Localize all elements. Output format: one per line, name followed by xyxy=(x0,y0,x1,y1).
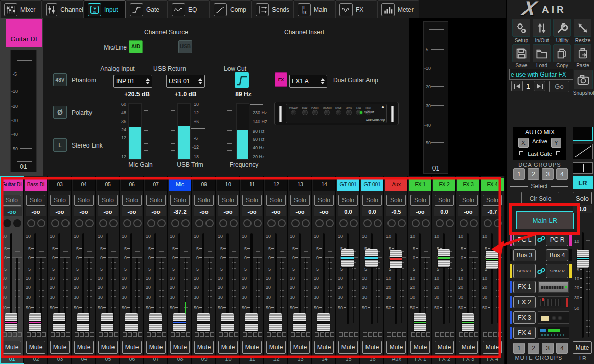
gain-knob[interactable] xyxy=(422,219,430,227)
solo-button[interactable]: Solo xyxy=(170,195,190,206)
fader-track[interactable] xyxy=(82,233,84,324)
pc-r-button[interactable]: PC R xyxy=(546,234,568,246)
fx2-button[interactable]: FX 2 xyxy=(513,296,536,308)
save-button[interactable] xyxy=(512,44,530,62)
mute-button[interactable]: Mute xyxy=(194,341,214,354)
mute-button[interactable]: Mute xyxy=(314,341,334,354)
mute-button[interactable]: Mute xyxy=(290,341,310,354)
fader-handle[interactable] xyxy=(462,313,474,331)
mute-group-button-2[interactable]: 2 xyxy=(528,343,539,354)
pan-knob[interactable] xyxy=(99,219,107,227)
dca-group-button-3[interactable]: 3 xyxy=(542,168,554,180)
gain-knob[interactable] xyxy=(350,219,358,227)
mute-button[interactable]: Mute xyxy=(435,341,454,354)
fader-track[interactable] xyxy=(154,233,156,324)
gain-knob[interactable] xyxy=(85,219,94,227)
channel-scribble[interactable]: 10 xyxy=(217,178,239,191)
lr-mute-button[interactable]: Mute xyxy=(573,341,592,354)
solo-button[interactable]: Solo xyxy=(194,195,214,206)
gain-knob[interactable] xyxy=(230,219,238,227)
pan-knob[interactable] xyxy=(51,219,59,227)
pan-knob[interactable] xyxy=(243,219,252,227)
fader-track[interactable] xyxy=(371,233,373,324)
tab-input[interactable]: IN Input xyxy=(84,0,126,18)
fader-handle[interactable] xyxy=(269,313,282,331)
fader-handle[interactable] xyxy=(53,313,65,331)
channel-scribble[interactable]: 04 xyxy=(73,178,95,191)
tab-main[interactable]: LR Main xyxy=(293,0,335,18)
fader-handle[interactable] xyxy=(5,313,17,331)
scene-name-field[interactable]: e use with Guitar FX xyxy=(509,69,573,80)
pan-knob[interactable] xyxy=(363,219,372,227)
ad-source-button[interactable]: A/D xyxy=(129,40,143,53)
channel-scribble[interactable]: 11 xyxy=(241,178,263,191)
fader-track[interactable] xyxy=(419,233,421,324)
gain-knob[interactable] xyxy=(61,219,70,227)
tab-mixer[interactable]: Mixer xyxy=(0,0,42,18)
analog-input-select[interactable]: INP 01 xyxy=(113,75,152,88)
copy-button[interactable] xyxy=(553,44,571,62)
fader-handle[interactable] xyxy=(149,313,162,331)
gain-knob[interactable] xyxy=(494,219,502,227)
pan-knob[interactable] xyxy=(219,219,227,227)
mute-button[interactable]: Mute xyxy=(483,341,502,354)
channel-scribble[interactable]: GT-001 xyxy=(361,178,383,191)
fader-track[interactable] xyxy=(467,233,469,324)
fx1-button[interactable]: FX 1 xyxy=(513,281,536,293)
fader-handle[interactable] xyxy=(245,313,258,331)
fader-track[interactable] xyxy=(250,233,253,324)
mute-group-button-4[interactable]: 4 xyxy=(556,343,568,354)
gain-knob[interactable] xyxy=(205,219,214,227)
solo-button[interactable]: Solo xyxy=(362,195,382,206)
gain-knob[interactable] xyxy=(446,219,454,227)
channel-scribble[interactable]: 09 xyxy=(193,178,215,191)
tab-comp[interactable]: Comp xyxy=(210,0,252,18)
channel-scribble[interactable]: 03 xyxy=(49,178,71,191)
solo-button[interactable]: Solo xyxy=(266,195,286,206)
fader-track[interactable] xyxy=(178,233,180,324)
gain-knob[interactable] xyxy=(133,219,142,227)
gain-knob[interactable] xyxy=(37,219,45,227)
lr-pan-display[interactable] xyxy=(573,162,593,174)
solo-button[interactable]: Solo xyxy=(435,195,454,206)
scene-prev-button[interactable] xyxy=(511,81,523,91)
mute-button[interactable]: Mute xyxy=(266,341,286,354)
scene-next-button[interactable] xyxy=(534,81,545,91)
mute-button[interactable]: Mute xyxy=(98,341,118,354)
channel-scribble[interactable]: GT-001 xyxy=(337,178,359,191)
solo-button[interactable]: Solo xyxy=(98,195,118,206)
gain-knob[interactable] xyxy=(374,219,382,227)
lr-solo-button[interactable]: Solo xyxy=(573,192,592,204)
spkr-l-button[interactable]: SPKR L xyxy=(513,264,536,278)
fader-handle[interactable] xyxy=(221,313,234,331)
dca-group-button-1[interactable]: 1 xyxy=(513,168,525,180)
solo-button[interactable]: Solo xyxy=(242,195,262,206)
gain-knob[interactable] xyxy=(278,219,286,227)
mute-button[interactable]: Mute xyxy=(386,341,406,354)
mute-group-button-3[interactable]: 3 xyxy=(542,343,554,354)
fx3-button[interactable]: FX 3 xyxy=(513,311,536,324)
fader-handle[interactable] xyxy=(486,251,498,269)
solo-button[interactable]: Solo xyxy=(386,195,406,206)
pan-knob[interactable] xyxy=(315,219,324,227)
fader-handle[interactable] xyxy=(173,313,186,331)
fader-track[interactable] xyxy=(347,233,349,324)
resize-button[interactable] xyxy=(574,19,591,37)
gain-knob[interactable] xyxy=(302,219,310,227)
solo-button[interactable]: Solo xyxy=(146,195,166,206)
fader-handle[interactable] xyxy=(101,313,113,331)
dca-group-button-2[interactable]: 2 xyxy=(528,168,539,180)
tab-fx[interactable]: FX xyxy=(335,0,377,18)
mute-button[interactable]: Mute xyxy=(362,341,382,354)
mute-button[interactable]: Mute xyxy=(242,341,262,354)
solo-button[interactable]: Solo xyxy=(2,195,21,206)
lr-fader-handle[interactable] xyxy=(577,250,589,268)
channel-scribble[interactable]: 06 xyxy=(121,178,143,191)
fader-handle[interactable] xyxy=(293,313,306,331)
tab-gate[interactable]: Gate xyxy=(126,0,168,18)
pan-knob[interactable] xyxy=(412,219,420,227)
pan-knob[interactable] xyxy=(267,219,276,227)
channel-scribble[interactable]: FX 2 xyxy=(433,178,455,191)
pan-knob[interactable] xyxy=(436,219,444,227)
bus4-button[interactable]: Bus 4 xyxy=(546,249,568,261)
